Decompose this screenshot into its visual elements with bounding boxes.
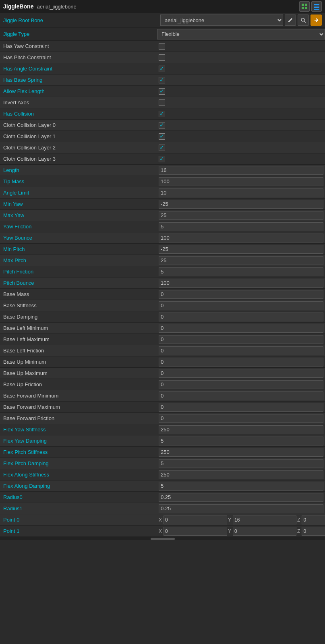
number-input-19[interactable] xyxy=(159,256,323,265)
property-value-31 xyxy=(157,391,325,401)
number-input-16[interactable] xyxy=(159,222,323,231)
property-rows: Has Yaw ConstraintHas Pitch ConstraintHa… xyxy=(0,41,325,514)
jiggle-type-row: Jiggle Type Flexible xyxy=(0,28,325,41)
number-input-38[interactable] xyxy=(159,470,323,479)
property-value-19 xyxy=(157,255,325,266)
point1-x-input[interactable] xyxy=(164,527,227,536)
svg-point-8 xyxy=(301,18,304,21)
point1-y-input[interactable] xyxy=(233,527,296,536)
property-label-0: Has Yaw Constraint xyxy=(0,41,157,51)
search-icon-btn[interactable] xyxy=(298,14,309,26)
number-input-34[interactable] xyxy=(159,425,323,434)
number-input-22[interactable] xyxy=(159,290,323,299)
number-input-26[interactable] xyxy=(159,335,323,344)
property-label-14: Min Yaw xyxy=(0,199,157,209)
grid-icon xyxy=(301,3,308,10)
checkbox-6[interactable] xyxy=(159,111,165,117)
checkbox-4[interactable] xyxy=(159,88,165,95)
property-label-1: Has Pitch Constraint xyxy=(0,53,157,62)
number-input-35[interactable] xyxy=(159,437,323,445)
scrollbar-thumb xyxy=(151,538,175,540)
property-label-28: Base Up Minimum xyxy=(0,357,157,367)
number-input-27[interactable] xyxy=(159,346,323,355)
property-label-32: Base Forward Maximum xyxy=(0,402,157,412)
checkbox-7[interactable] xyxy=(159,122,165,128)
number-input-20[interactable] xyxy=(159,267,323,276)
jiggle-root-bone-row: Jiggle Root Bone aerial_jigglebone xyxy=(0,13,325,28)
number-input-15[interactable] xyxy=(159,211,323,220)
property-row-28: Base Up Minimum xyxy=(0,356,325,368)
number-input-31[interactable] xyxy=(159,391,323,400)
checkbox-3[interactable] xyxy=(159,77,165,83)
property-value-41 xyxy=(157,503,325,514)
property-value-30 xyxy=(157,379,325,390)
property-label-10: Cloth Collision Layer 3 xyxy=(0,154,157,164)
bone-name-header: aerial_jigglebone xyxy=(37,4,76,10)
jiggle-type-select[interactable]: Flexible xyxy=(157,29,325,39)
number-input-29[interactable] xyxy=(159,369,323,378)
list-icon-btn[interactable] xyxy=(311,1,322,12)
number-input-18[interactable] xyxy=(159,245,323,254)
svg-line-9 xyxy=(304,21,306,23)
property-value-40 xyxy=(157,492,325,503)
number-input-13[interactable] xyxy=(159,188,323,197)
property-value-18 xyxy=(157,244,325,255)
property-row-3: Has Base Spring xyxy=(0,75,325,86)
scrollbar[interactable] xyxy=(0,537,325,540)
number-input-28[interactable] xyxy=(159,358,323,367)
point1-z-input[interactable] xyxy=(302,527,325,536)
number-input-11[interactable] xyxy=(159,166,323,175)
jiggle-root-bone-controls: aerial_jigglebone xyxy=(160,14,322,26)
number-input-39[interactable] xyxy=(159,482,323,491)
property-row-39: Flex Along Damping xyxy=(0,480,325,492)
property-label-4: Allow Flex Length xyxy=(0,87,157,96)
property-label-2: Has Angle Constraint xyxy=(0,64,157,73)
number-input-32[interactable] xyxy=(159,403,323,412)
property-row-23: Base Stiffness xyxy=(0,300,325,311)
number-input-17[interactable] xyxy=(159,234,323,242)
checkbox-2[interactable] xyxy=(159,66,165,72)
jiggle-type-value: Flexible xyxy=(157,29,325,39)
property-row-36: Flex Pitch Stiffness xyxy=(0,447,325,458)
number-input-21[interactable] xyxy=(159,279,323,288)
app-header: JiggleBone aerial_jigglebone xyxy=(0,0,325,13)
svg-rect-3 xyxy=(305,7,307,9)
checkbox-9[interactable] xyxy=(159,145,165,151)
number-input-36[interactable] xyxy=(159,448,323,457)
property-row-18: Min Pitch xyxy=(0,244,325,255)
number-input-24[interactable] xyxy=(159,313,323,321)
number-input-30[interactable] xyxy=(159,380,323,389)
number-input-40[interactable] xyxy=(159,493,323,502)
point0-y-input[interactable] xyxy=(233,516,296,524)
point0-x-input[interactable] xyxy=(164,516,227,524)
point0-z-input[interactable] xyxy=(302,516,325,524)
number-input-33[interactable] xyxy=(159,414,323,423)
property-row-22: Base Mass xyxy=(0,289,325,300)
property-row-27: Base Left Friction xyxy=(0,345,325,356)
number-input-25[interactable] xyxy=(159,324,323,333)
checkbox-10[interactable] xyxy=(159,156,165,162)
number-input-41[interactable] xyxy=(159,504,323,513)
svg-rect-6 xyxy=(314,7,319,8)
jiggle-root-bone-select[interactable]: aerial_jigglebone xyxy=(160,14,283,26)
checkbox-1[interactable] xyxy=(159,54,165,61)
number-input-37[interactable] xyxy=(159,459,323,468)
number-input-12[interactable] xyxy=(159,177,323,186)
pencil-icon-btn[interactable] xyxy=(285,14,296,26)
number-input-23[interactable] xyxy=(159,301,323,310)
arrow-icon-btn[interactable] xyxy=(311,14,322,26)
grid-icon-btn[interactable] xyxy=(299,1,310,12)
property-label-41: Radius1 xyxy=(0,504,157,513)
checkbox-8[interactable] xyxy=(159,133,165,140)
property-value-25 xyxy=(157,323,325,333)
arrow-right-icon xyxy=(313,17,319,23)
property-value-9 xyxy=(157,144,325,152)
property-label-13: Angle Limit xyxy=(0,188,157,197)
property-value-36 xyxy=(157,447,325,458)
checkbox-0[interactable] xyxy=(159,43,165,50)
list-icon xyxy=(313,3,320,10)
number-input-14[interactable] xyxy=(159,200,323,209)
checkbox-5[interactable] xyxy=(159,99,165,106)
pencil-icon xyxy=(288,17,293,23)
property-row-1: Has Pitch Constraint xyxy=(0,52,325,63)
